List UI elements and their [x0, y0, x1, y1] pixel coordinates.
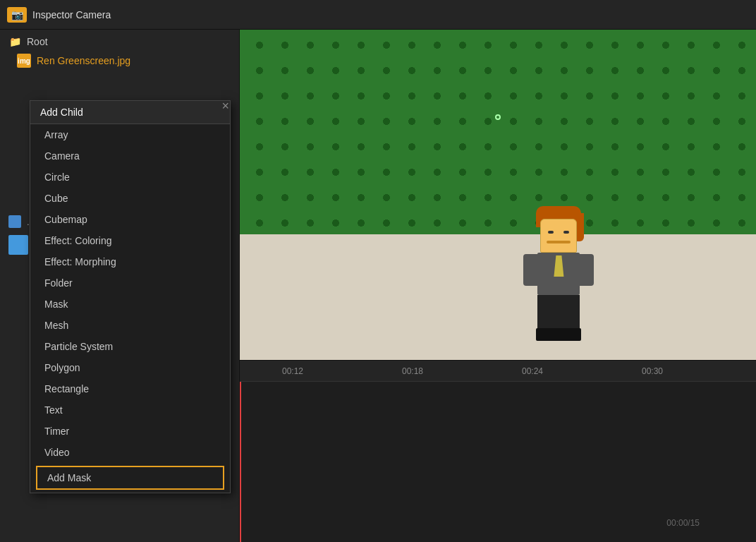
timeline-playhead[interactable] [240, 382, 241, 542]
dropdown-item-cubemap[interactable]: Cubemap [30, 209, 230, 230]
timeline-mark-12: 00:12 [282, 366, 303, 376]
add-mask-button[interactable]: Add Mask [36, 466, 224, 490]
dropdown-close-button[interactable]: × [221, 99, 229, 114]
dropdown-item-mesh[interactable]: Mesh [30, 315, 230, 336]
root-label: Root [27, 36, 48, 47]
image-file-icon: img [17, 54, 31, 68]
timeline-content: 00:00/15 [240, 382, 756, 542]
dropdown-item-timer[interactable]: Timer [30, 421, 230, 442]
add-mask-label: Add Mask [47, 472, 91, 483]
file-label: Ren Greenscreen.jpg [37, 55, 130, 66]
dropdown-item-mask[interactable]: Mask [30, 294, 230, 315]
dropdown-header: Add Child [30, 101, 230, 124]
dropdown-item-effect-coloring[interactable]: Effect: Coloring [30, 230, 230, 251]
timeline-mark-24: 00:24 [522, 366, 543, 376]
timeline-timestamp: 00:00/15 [666, 518, 700, 528]
dropdown-item-circle[interactable]: Circle [30, 167, 230, 188]
timeline: 00:12 00:18 00:24 00:30 00:00/15 [240, 360, 756, 542]
dropdown-item-video[interactable]: Video [30, 442, 230, 463]
tree-item-root[interactable]: 📁 Root [0, 30, 240, 51]
timeline-mark-18: 00:18 [402, 366, 423, 376]
lego-floor [240, 234, 756, 361]
figure-body [537, 253, 580, 295]
viewport-image [240, 0, 756, 360]
dropdown-item-text[interactable]: Text [30, 399, 230, 421]
dropdown-item-effect-morphing[interactable]: Effect: Morphing [30, 251, 230, 272]
sidebar: 📁 Root img Ren Greenscreen.jpg .../D stu… [0, 30, 240, 542]
timeline-ruler: 00:12 00:18 00:24 00:30 [240, 361, 756, 382]
dropdown-item-polygon[interactable]: Polygon [30, 357, 230, 378]
top-bar: Inspector Camera [0, 0, 756, 30]
inspector-title: Inspector Camera [32, 9, 111, 20]
dropdown-item-cube[interactable]: Cube [30, 188, 230, 209]
figure-head [540, 219, 577, 253]
add-child-dropdown: Add Child Array Camera Circle Cube Cubem… [30, 100, 231, 493]
node-icon [8, 215, 21, 228]
dropdown-item-particle-system[interactable]: Particle System [30, 336, 230, 357]
viewport: 3D M R S × [240, 0, 756, 360]
tree-item-file[interactable]: img Ren Greenscreen.jpg [0, 51, 240, 71]
folder-icon: 📁 [8, 35, 21, 48]
dropdown-item-camera[interactable]: Camera [30, 145, 230, 167]
lego-background [240, 0, 756, 234]
dropdown-item-array[interactable]: Array [30, 124, 230, 145]
lego-figure [516, 219, 601, 360]
figure-feet [536, 328, 581, 341]
timeline-mark-30: 00:30 [642, 366, 663, 376]
dropdown-item-rectangle[interactable]: Rectangle [30, 378, 230, 399]
dot-marker [495, 114, 501, 120]
node-icon-2 [8, 235, 28, 255]
dropdown-item-folder[interactable]: Folder [30, 272, 230, 294]
dropdown-header-label: Add Child [40, 107, 83, 118]
camera-icon [7, 7, 27, 23]
